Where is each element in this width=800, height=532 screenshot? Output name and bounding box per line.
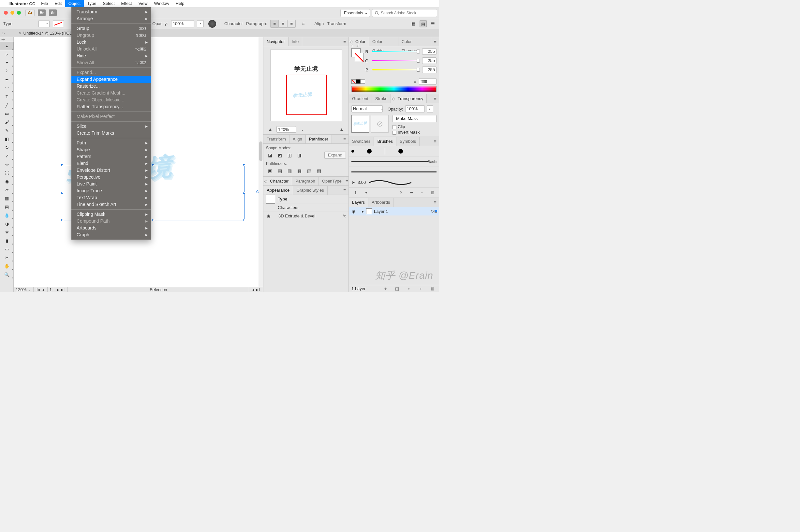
fx-badge-icon[interactable]: fx xyxy=(343,213,346,218)
close-tab-icon[interactable]: × xyxy=(19,31,21,36)
menu-item-artboards[interactable]: Artboards xyxy=(71,225,151,231)
expand-button[interactable]: Expand xyxy=(324,152,346,159)
tool-symbol-sprayer[interactable]: ✲ xyxy=(0,228,14,237)
tool-width[interactable]: ⇔ xyxy=(0,160,14,169)
vertical-scrollbar[interactable] xyxy=(259,37,263,287)
arrange-docs-icon[interactable]: ▤ xyxy=(420,20,427,27)
locate-object-icon[interactable]: ⌖ xyxy=(381,285,389,292)
brush-row[interactable] xyxy=(349,146,439,156)
bridge-button[interactable]: Br xyxy=(38,10,46,16)
status-scrollers[interactable]: ◂▸I xyxy=(249,287,263,292)
panel-menu-icon[interactable]: ≡ xyxy=(431,198,439,207)
white-swatch-icon[interactable] xyxy=(361,79,365,84)
menu-object[interactable]: Object xyxy=(65,0,84,7)
visibility-toggle-icon[interactable]: ◉ xyxy=(266,213,271,218)
stock-search-input[interactable] xyxy=(381,11,434,15)
align-panel-link[interactable]: Align xyxy=(314,21,324,26)
appearance-characters-row[interactable]: Characters xyxy=(263,204,348,212)
brush-basic-row[interactable]: Basic xyxy=(349,156,439,167)
tab-opentype[interactable]: OpenType xyxy=(319,177,345,186)
artboard-nav-next[interactable]: ▸▸I xyxy=(54,287,68,292)
black-swatch-icon[interactable] xyxy=(356,79,361,84)
menu-item-text-wrap[interactable]: Text Wrap xyxy=(71,194,151,201)
tab-stroke[interactable]: Stroke xyxy=(372,94,391,103)
tool-column-graph[interactable]: ▮ xyxy=(0,237,14,245)
object-menu-dropdown[interactable]: TransformArrangeGroup⌘GUngroup⇧⌘GLockUnl… xyxy=(71,7,151,240)
tab-info[interactable]: Info xyxy=(288,37,303,46)
stock-button[interactable]: St xyxy=(49,10,57,16)
tool-curvature[interactable]: 〰 xyxy=(0,84,14,93)
menu-view[interactable]: View xyxy=(135,0,151,7)
tab-pathfinder[interactable]: Pathfinder xyxy=(306,135,332,144)
blend-mode-field[interactable]: Normal xyxy=(351,105,383,112)
transparency-mask-thumb[interactable]: ⊘ xyxy=(371,115,388,133)
fill-stroke-proxy[interactable]: ↰ ↲ xyxy=(351,48,362,62)
tool-free-transform[interactable]: ⛶ xyxy=(0,169,14,177)
unite-button[interactable]: ◪ xyxy=(266,152,274,159)
invert-mask-checkbox[interactable]: Invert Mask xyxy=(393,130,437,135)
menu-item-flatten-transparency[interactable]: Flatten Transparency... xyxy=(71,103,151,110)
remove-brush-stroke-icon[interactable]: ✕ xyxy=(397,189,405,196)
transparency-source-thumb[interactable]: 学无止境 xyxy=(351,115,369,133)
panel-menu-icon[interactable]: ≡ xyxy=(431,137,439,146)
merge-button[interactable]: ▥ xyxy=(286,167,293,174)
tool-selection[interactable]: ▴ xyxy=(0,42,14,50)
zoom-out-icon[interactable]: ▲ xyxy=(266,126,274,133)
tool-gradient[interactable]: ▤ xyxy=(0,203,14,211)
menu-item-image-trace[interactable]: Image Trace xyxy=(71,187,151,194)
menu-item-transform[interactable]: Transform xyxy=(71,8,151,15)
outline-button[interactable]: ▧ xyxy=(305,167,313,174)
intersect-button[interactable]: ◫ xyxy=(286,152,293,159)
color-spectrum[interactable] xyxy=(351,86,437,92)
workspace-switcher[interactable]: Essentials xyxy=(340,9,370,17)
menu-item-create-trim-marks[interactable]: Create Trim Marks xyxy=(71,130,151,137)
tab-swatches[interactable]: Swatches xyxy=(349,137,374,146)
stroke-proxy[interactable] xyxy=(355,53,364,62)
libraries-menu-icon[interactable]: ▾ xyxy=(362,189,370,196)
tab-brushes[interactable]: Brushes xyxy=(374,137,396,146)
tab-color-guide[interactable]: Color Guide xyxy=(369,37,398,46)
make-clipping-mask-icon[interactable]: ◫ xyxy=(393,285,401,292)
new-brush-icon[interactable]: ▫ xyxy=(418,189,426,196)
tool-zoom[interactable]: 🔍 xyxy=(0,270,14,279)
opacity-flyout-button[interactable]: › xyxy=(197,20,204,27)
navigator-zoom-field[interactable] xyxy=(277,126,296,133)
tab-transparency[interactable]: ◇Transparency xyxy=(391,94,427,103)
menu-select[interactable]: Select xyxy=(99,0,118,7)
tool-artboard[interactable]: ▭ xyxy=(0,245,14,253)
menu-item-arrange[interactable]: Arrange xyxy=(71,15,151,22)
tool-direct-selection[interactable]: ▹ xyxy=(0,50,14,59)
menu-item-lock[interactable]: Lock xyxy=(71,39,151,46)
tool-blend[interactable]: ◑ xyxy=(0,220,14,228)
brush-stroke-row[interactable] xyxy=(349,167,439,177)
zoom-field[interactable]: 120% ⌄ xyxy=(14,287,34,292)
menu-item-live-paint[interactable]: Live Paint xyxy=(71,180,151,187)
menu-window[interactable]: Window xyxy=(151,0,172,7)
list-view-icon[interactable]: ☰ xyxy=(429,20,437,27)
tab-symbols[interactable]: Symbols xyxy=(396,137,420,146)
grid-view-icon[interactable]: ▦ xyxy=(410,20,417,27)
menu-item-hide[interactable]: Hide xyxy=(71,53,151,59)
menu-item-rasterize[interactable]: Rasterize... xyxy=(71,83,151,90)
tool-type[interactable]: T xyxy=(0,93,14,101)
brush-size-row[interactable]: ➤3.00 xyxy=(349,177,439,188)
tab-layers[interactable]: Layers xyxy=(349,198,368,207)
appearance-effect-row[interactable]: ◉ 3D Extrude & Bevel fx xyxy=(263,212,348,220)
appearance-type-row[interactable]: Type xyxy=(263,195,348,204)
crop-button[interactable]: ▦ xyxy=(296,167,303,174)
menu-item-expand-appearance[interactable]: Expand Appearance xyxy=(71,76,151,83)
panel-menu-icon[interactable]: ≡ xyxy=(341,37,348,46)
r-value[interactable]: 255 xyxy=(422,48,437,55)
zoom-in-icon[interactable]: ▲ xyxy=(338,126,346,133)
panel-menu-icon[interactable]: ≡ xyxy=(345,177,348,186)
menu-item-envelope-distort[interactable]: Envelope Distort xyxy=(71,167,151,174)
tool-slice[interactable]: ✂ xyxy=(0,253,14,262)
tool-hand[interactable]: ✋ xyxy=(0,262,14,270)
minimize-window-button[interactable] xyxy=(11,11,14,15)
tab-appearance[interactable]: Appearance xyxy=(263,186,293,195)
swap-fill-stroke-icon[interactable]: ↰ xyxy=(351,44,354,48)
menu-item-clipping-mask[interactable]: Clipping Mask xyxy=(71,211,151,218)
panel-menu-icon[interactable]: ≡ xyxy=(341,186,348,195)
tool-pencil[interactable]: ✎ xyxy=(0,127,14,135)
opacity-value-field[interactable]: 100% xyxy=(405,105,425,112)
